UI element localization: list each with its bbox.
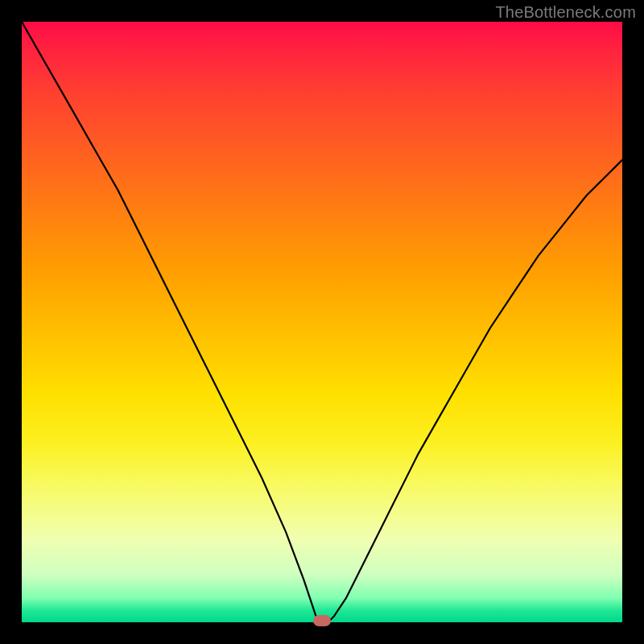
plot-area	[22, 22, 622, 622]
chart-frame: TheBottleneck.com	[0, 0, 644, 644]
watermark-text: TheBottleneck.com	[495, 3, 636, 22]
optimal-marker	[313, 615, 331, 626]
